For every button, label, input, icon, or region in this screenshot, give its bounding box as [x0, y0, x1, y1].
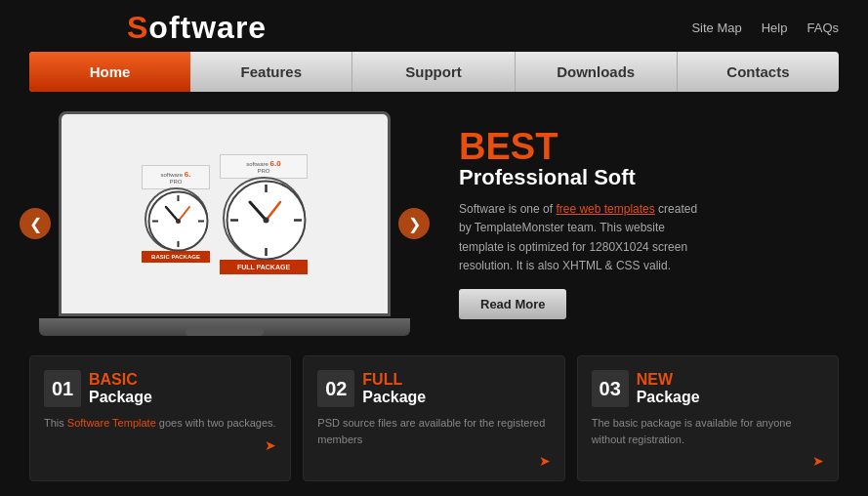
laptop-body: software 6. PRO: [59, 111, 391, 316]
cards-row: 01 BASIC Package This Software Template …: [0, 346, 868, 481]
nav-downloads[interactable]: Downloads: [516, 52, 678, 92]
nav-features[interactable]: Features: [190, 52, 352, 92]
card-basic-desc: This Software Template goes with two pac…: [44, 415, 276, 432]
card-basic-label: BASIC Package: [89, 371, 152, 405]
nav-contacts[interactable]: Contacts: [678, 52, 839, 92]
faqs-link[interactable]: FAQs: [806, 21, 839, 35]
software-box-big: software 6.0 PRO: [220, 154, 308, 274]
card-basic-num: 01: [44, 370, 81, 407]
card-full-arrow[interactable]: ➤: [539, 453, 551, 469]
card-new-header: 03 NEW Package: [592, 370, 824, 407]
highlight-software: Software Template: [67, 417, 156, 429]
card-new-footer: ➤: [592, 453, 824, 469]
card-basic-arrow[interactable]: ➤: [265, 437, 276, 453]
card-new-label: NEW Package: [637, 371, 700, 405]
card-full-header: 02 FULL Package: [317, 370, 550, 407]
card-new-label-top: NEW: [637, 371, 700, 389]
svg-point-15: [263, 217, 269, 223]
logo: Software: [127, 10, 267, 46]
card-new-label-bottom: Package: [637, 389, 700, 406]
nav-support[interactable]: Support: [352, 52, 515, 92]
clock-small: [145, 187, 208, 251]
slider-area: ❮ software 6. PRO: [29, 111, 420, 336]
card-full-label-bottom: Package: [362, 389, 426, 406]
card-basic-header: 01 BASIC Package: [44, 370, 276, 407]
software-box-small: software 6. PRO: [142, 165, 210, 263]
logo-s: S: [127, 10, 148, 45]
sw-box-bottom-big: FULL PACKAGE: [220, 260, 308, 274]
sw-title-big: software 6.0: [227, 159, 301, 168]
laptop-container: software 6. PRO: [39, 111, 410, 336]
logo-text: oftware: [148, 10, 267, 45]
sw-title-small: software 6.: [148, 170, 203, 179]
header-links: Site Map Help FAQs: [691, 21, 839, 35]
sw-pro-small: PRO: [148, 179, 203, 185]
sw-version-big: 6.0: [270, 159, 281, 168]
main-content: ❮ software 6. PRO: [0, 92, 868, 346]
best-title: BEST: [459, 128, 839, 165]
card-full-footer: ➤: [317, 453, 550, 469]
nav: Home Features Support Downloads Contacts: [29, 52, 839, 92]
card-full: 02 FULL Package PSD source files are ava…: [303, 355, 564, 481]
card-new-desc: The basic package is available for anyon…: [592, 415, 824, 447]
laptop-base-center: [186, 328, 264, 336]
text-side: BEST Professional Soft Software is one o…: [449, 128, 839, 319]
laptop-base: [39, 318, 410, 336]
sw-box-top-small: software 6. PRO: [142, 165, 210, 189]
header: Software Site Map Help FAQs: [0, 0, 868, 52]
card-full-label: FULL Package: [362, 371, 426, 405]
highlight-text: free web templates: [556, 202, 654, 216]
card-full-num: 02: [317, 370, 354, 407]
sw-pro-big: PRO: [227, 168, 301, 174]
next-arrow[interactable]: ❯: [398, 208, 430, 239]
clock-big: [223, 177, 306, 260]
card-basic-label-bottom: Package: [89, 389, 152, 406]
card-full-desc: PSD source files are available for the r…: [317, 415, 550, 447]
prev-arrow[interactable]: ❮: [20, 208, 51, 239]
hero-description: Software is one of free web templates cr…: [459, 200, 713, 275]
card-basic-footer: ➤: [44, 437, 276, 453]
card-full-label-top: FULL: [362, 371, 426, 389]
pro-soft-title: Professional Soft: [459, 165, 839, 190]
card-new: 03 NEW Package The basic package is avai…: [577, 355, 839, 481]
read-more-button[interactable]: Read More: [459, 289, 566, 319]
sw-box-top-big: software 6.0 PRO: [220, 154, 308, 179]
card-basic-label-top: BASIC: [89, 371, 152, 389]
site-map-link[interactable]: Site Map: [691, 21, 741, 35]
svg-point-7: [176, 219, 181, 224]
sw-version-small: 6.: [185, 170, 191, 179]
card-new-num: 03: [592, 370, 629, 407]
nav-home[interactable]: Home: [29, 52, 190, 92]
card-basic: 01 BASIC Package This Software Template …: [29, 355, 291, 481]
laptop-screen: software 6. PRO: [62, 114, 388, 313]
help-link[interactable]: Help: [762, 21, 788, 35]
card-new-arrow[interactable]: ➤: [812, 453, 824, 469]
